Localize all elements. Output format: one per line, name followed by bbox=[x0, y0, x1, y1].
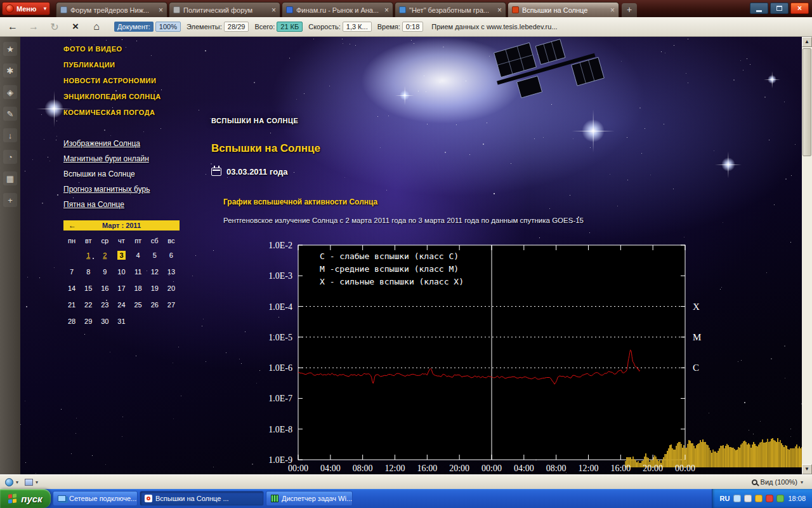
tab-close-icon[interactable]: × bbox=[497, 6, 502, 14]
taskbar-buttons: Сетевые подключе...Вспышки на Солнце ...… bbox=[51, 491, 353, 506]
close-button[interactable]: × bbox=[790, 3, 809, 14]
section-link[interactable]: Магнитные бури онлайн bbox=[63, 151, 150, 166]
add-panel-icon[interactable]: + bbox=[3, 193, 17, 207]
section-link[interactable]: Изображения Солнца bbox=[63, 136, 150, 151]
downloads-panel-icon[interactable]: ↓ bbox=[3, 128, 17, 142]
history-panel-icon[interactable]: ◔ bbox=[3, 150, 17, 164]
calendar-day: 30 bbox=[96, 317, 113, 326]
tab-close-icon[interactable]: × bbox=[159, 6, 163, 14]
calendar-day: 27 bbox=[163, 300, 180, 309]
menu-item[interactable]: НОВОСТИ АСТРОНОМИИ bbox=[63, 72, 161, 88]
chevron-down-icon: ▾ bbox=[801, 479, 803, 485]
scroll-down-arrow[interactable]: ▼ bbox=[802, 464, 812, 474]
stop-button[interactable]: × bbox=[67, 19, 84, 34]
scroll-up-arrow[interactable]: ▲ bbox=[802, 37, 812, 47]
tab-title: Форум трейдеров Ниж... bbox=[70, 6, 155, 14]
links-panel-icon[interactable]: ▦ bbox=[3, 171, 17, 185]
transfers-panel-icon[interactable]: ◈ bbox=[3, 85, 17, 99]
taskbar-button[interactable]: Вспышки на Солнце ... bbox=[140, 491, 264, 506]
x-tick-label: 12:00 bbox=[579, 464, 599, 473]
calendar-weekday: вт bbox=[80, 237, 96, 244]
notes-panel-icon[interactable]: ✎ bbox=[3, 107, 17, 121]
menu-item[interactable]: ЭНЦИКЛОПЕДИЯ СОЛНЦА bbox=[63, 88, 161, 104]
browser-tab[interactable]: Вспышки на Солнце× bbox=[508, 2, 619, 17]
x-tick-label: 08:00 bbox=[353, 464, 373, 473]
reload-button[interactable]: ↻ bbox=[46, 19, 63, 34]
new-tab-button[interactable]: + bbox=[622, 3, 637, 17]
minimize-button[interactable] bbox=[750, 3, 768, 14]
field-value: 28/29 bbox=[224, 22, 249, 32]
section-link[interactable]: Пятна на Солнце bbox=[63, 197, 150, 212]
tab-close-icon[interactable]: × bbox=[272, 6, 276, 14]
chart-caption: Рентгеновское излучение Солнца с 2 марта… bbox=[223, 217, 584, 224]
calendar-day: 12 bbox=[147, 267, 163, 276]
calendar-prev-arrow[interactable]: ← bbox=[69, 222, 76, 229]
y-tick-label: 1.0E-7 bbox=[268, 394, 292, 403]
flare-class-label: M bbox=[693, 332, 701, 342]
field-label: Скорость: bbox=[308, 23, 341, 30]
chevron-down-icon[interactable]: ▾ bbox=[16, 479, 18, 485]
menu-item[interactable]: ПУБЛИКАЦИИ bbox=[63, 57, 161, 72]
zoom-control[interactable]: Вид (100%) ▾ bbox=[752, 478, 807, 486]
site-section-links: Изображения СолнцаМагнитные бури онлайнВ… bbox=[63, 136, 150, 212]
y-tick-label: 1.0E-3 bbox=[268, 271, 292, 281]
site-main-menu: ФОТО И ВИДЕОПУБЛИКАЦИИНОВОСТИ АСТРОНОМИИ… bbox=[63, 41, 161, 120]
bright-star bbox=[582, 119, 605, 142]
calendar-day: 28 bbox=[63, 317, 80, 326]
taskbar-button-label: Сетевые подключе... bbox=[69, 495, 136, 502]
calendar-day[interactable]: 2 bbox=[96, 251, 113, 260]
calendar-day: 11 bbox=[130, 267, 147, 276]
section-link[interactable]: Вспышки на Солнце bbox=[63, 166, 150, 182]
calendar-day[interactable]: 1 bbox=[80, 251, 96, 260]
globe-icon[interactable] bbox=[5, 478, 13, 486]
calendar-weekday: пн bbox=[63, 237, 80, 244]
browser-tab[interactable]: Финам.ru - Рынок и Ана...× bbox=[282, 2, 393, 17]
volume-tray-icon[interactable] bbox=[744, 495, 752, 502]
tab-close-icon[interactable]: × bbox=[384, 6, 389, 14]
restore-button[interactable] bbox=[770, 3, 789, 14]
menu-item[interactable]: КОСМИЧЕСКАЯ ПОГОДА bbox=[63, 104, 161, 120]
magnifier-icon bbox=[752, 479, 757, 485]
antivirus-tray-icon[interactable] bbox=[755, 495, 763, 502]
opera-menu-button[interactable]: Меню ▾ bbox=[2, 2, 50, 15]
browser-tab[interactable]: Форум трейдеров Ниж...× bbox=[56, 2, 167, 17]
home-button[interactable]: ⌂ bbox=[88, 19, 105, 34]
browser-tab[interactable]: "Нет" безработным гра...× bbox=[395, 2, 506, 17]
clock[interactable]: 18:08 bbox=[788, 495, 806, 502]
monitor-tray-icon[interactable] bbox=[733, 495, 741, 502]
menu-item[interactable]: ФОТО И ВИДЕО bbox=[63, 41, 161, 57]
page-title: Вспышки на Солнце bbox=[211, 142, 320, 155]
tab-title: Финам.ru - Рынок и Ана... bbox=[296, 6, 381, 14]
alert-tray-icon[interactable] bbox=[766, 495, 773, 502]
start-button[interactable]: пуск bbox=[0, 489, 51, 508]
browser-tab[interactable]: Политический форум× bbox=[169, 2, 280, 17]
vertical-scrollbar[interactable]: ▲ ▼ bbox=[802, 37, 812, 474]
loading-field: Элементы:28/29 bbox=[187, 22, 249, 32]
calendar-weekday: ср bbox=[96, 237, 113, 244]
language-indicator[interactable]: RU bbox=[720, 495, 730, 502]
y-tick-label: 1.0E-6 bbox=[268, 363, 292, 373]
window-controls: × bbox=[750, 3, 809, 14]
calendar-day: 20 bbox=[163, 284, 180, 293]
calendar-weekday: вс bbox=[163, 237, 180, 244]
widgets-panel-icon[interactable]: ✱ bbox=[3, 64, 17, 77]
xray-flux-chart: 1.0E-21.0E-31.0E-41.0E-51.0E-61.0E-71.0E… bbox=[255, 240, 802, 474]
forward-button[interactable]: → bbox=[25, 19, 42, 34]
calendar-day: 10 bbox=[113, 267, 129, 276]
section-link[interactable]: Прогноз магнитных бурь bbox=[63, 182, 150, 197]
space-station-silhouette bbox=[490, 37, 610, 122]
x-tick-label: 16:00 bbox=[610, 464, 631, 473]
taskbar-button[interactable]: Диспетчер задач Wi... bbox=[266, 491, 353, 506]
bookmarks-panel-icon[interactable]: ★ bbox=[3, 42, 17, 56]
back-button[interactable]: ← bbox=[4, 19, 21, 34]
images-toggle-icon[interactable] bbox=[25, 479, 33, 486]
chevron-down-icon[interactable]: ▾ bbox=[36, 479, 38, 485]
scrollbar-thumb[interactable] bbox=[802, 48, 811, 156]
loading-field: Всего:21 КБ bbox=[254, 22, 303, 32]
taskbar-button[interactable]: Сетевые подключе... bbox=[53, 491, 138, 506]
tab-favicon bbox=[286, 6, 293, 13]
network-tray-icon[interactable] bbox=[776, 495, 784, 502]
calendar-day: 18 bbox=[130, 284, 147, 293]
tab-close-icon[interactable]: × bbox=[610, 6, 615, 14]
loading-field: Скорость:1,3 К... bbox=[308, 22, 372, 32]
